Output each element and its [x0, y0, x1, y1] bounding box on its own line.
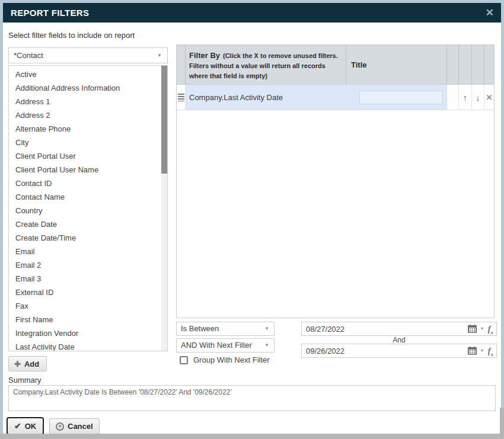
list-item[interactable]: Email 2	[9, 258, 167, 272]
filter-row-drag-cell	[177, 85, 186, 110]
list-item[interactable]: External ID	[9, 286, 167, 299]
group-checkbox-label: Group With Next Filter	[193, 355, 270, 364]
list-item[interactable]: Integration Vendor	[9, 326, 167, 340]
vertical-scrollbar[interactable]	[500, 408, 504, 434]
drag-handle-icon[interactable]	[178, 94, 184, 101]
operator-dropdown[interactable]: Is Between ▼	[176, 322, 275, 336]
list-item[interactable]: Email 3	[9, 272, 167, 286]
group-checkbox[interactable]	[180, 356, 188, 364]
dialog-titlebar: REPORT FILTERS ✕	[3, 3, 501, 23]
header-spacer-column	[447, 45, 459, 84]
filter-table: Filter By(Click the X to remove unused f…	[176, 44, 495, 318]
filter-row-up-cell: ↑	[459, 85, 472, 110]
dialog-title: REPORT FILTERS	[11, 3, 89, 23]
filter-row-spacer-cell	[447, 85, 459, 110]
field-list: Active Additional Address Information Ad…	[8, 65, 168, 351]
list-item[interactable]: Client Portal User Name	[9, 163, 167, 177]
field-list-items: Active Additional Address Information Ad…	[9, 66, 167, 351]
instructions-text: Select filter fields to include on repor…	[8, 31, 135, 40]
ok-button-label: OK	[25, 422, 37, 431]
list-item[interactable]: Address 1	[9, 95, 167, 108]
horizontal-scrollbar[interactable]	[0, 434, 504, 439]
list-scrollbar-thumb[interactable]	[161, 66, 167, 174]
summary-text: Company.Last Activity Date Is Between '0…	[13, 388, 232, 396]
conjunction-dropdown[interactable]: AND With Next Filter ▼	[176, 338, 275, 353]
chevron-down-icon: ▼	[264, 322, 269, 335]
group-with-next-filter[interactable]: Group With Next Filter	[180, 355, 270, 364]
header-drag-column	[177, 45, 186, 84]
cancel-button[interactable]: ✕ Cancel	[49, 418, 100, 434]
list-item[interactable]: Additional Address Information	[9, 81, 167, 95]
start-date-input[interactable]	[302, 322, 453, 335]
list-item[interactable]: Contact Name	[9, 190, 167, 204]
chevron-down-icon: ▼	[157, 48, 162, 63]
move-down-icon[interactable]: ↓	[476, 92, 480, 102]
filter-table-header: Filter By(Click the X to remove unused f…	[177, 45, 494, 85]
date-field-start: ▾ fx	[301, 322, 497, 336]
filter-row-down-cell: ↓	[472, 85, 484, 110]
calendar-icon[interactable]	[468, 325, 477, 333]
fx-x: x	[491, 329, 494, 335]
fx-x: x	[491, 351, 494, 357]
add-button-label: Add	[24, 360, 39, 368]
field-source-value: *Contact	[14, 51, 43, 60]
filter-row[interactable]: Company.Last Activity Date ↑ ↓ ✕	[177, 85, 494, 110]
date-field-end: ▾ fx	[301, 344, 497, 358]
between-and-label: And	[301, 336, 497, 344]
add-button[interactable]: ✚ Add	[8, 356, 47, 371]
list-item[interactable]: Client Portal User	[9, 149, 167, 163]
header-remove-column	[484, 45, 494, 84]
list-item[interactable]: Active	[9, 68, 167, 81]
list-item[interactable]: Email	[9, 245, 167, 258]
move-up-icon[interactable]: ↑	[463, 92, 468, 102]
report-filters-dialog: REPORT FILTERS ✕ Select filter fields to…	[3, 3, 501, 434]
list-item[interactable]: Contact ID	[9, 177, 167, 190]
filter-row-remove-cell: ✕	[484, 85, 494, 110]
list-item[interactable]: City	[9, 136, 167, 149]
list-item[interactable]: Last Activity Date	[9, 340, 167, 351]
list-item[interactable]: Create Date	[9, 217, 167, 231]
list-item[interactable]: First Name	[9, 313, 167, 326]
page-background: REPORT FILTERS ✕ Select filter fields to…	[0, 0, 504, 439]
cancel-button-label: Cancel	[68, 422, 93, 431]
summary-box[interactable]: Company.Last Activity Date Is Between '0…	[8, 385, 496, 411]
list-item[interactable]: Address 2	[9, 108, 167, 122]
field-source-dropdown[interactable]: *Contact ▼	[8, 47, 168, 63]
remove-filter-icon[interactable]: ✕	[486, 93, 493, 102]
cancel-circle-x-icon: ✕	[56, 422, 64, 431]
header-down-column	[472, 45, 484, 84]
summary-label: Summary	[8, 376, 42, 384]
chevron-down-icon[interactable]: ▾	[481, 344, 483, 357]
list-item[interactable]: Alternate Phone	[9, 122, 167, 136]
conjunction-value: AND With Next Filter	[181, 341, 252, 350]
ok-button[interactable]: ✔ OK	[7, 417, 44, 435]
header-filter-by-cell: Filter By(Click the X to remove unused f…	[186, 45, 346, 84]
close-icon[interactable]: ✕	[486, 3, 494, 23]
cancel-x-glyph: ✕	[58, 424, 62, 429]
filter-by-header-label: Filter By	[189, 51, 220, 60]
filter-row-title-cell	[346, 85, 447, 110]
end-date-input[interactable]	[302, 344, 453, 357]
title-header-label: Title	[351, 60, 367, 69]
calendar-icon[interactable]	[468, 347, 477, 355]
list-scrollbar[interactable]	[161, 66, 167, 351]
filter-condition-controls: Is Between ▼ AND With Next Filter ▼ Grou…	[176, 322, 497, 369]
header-title-cell: Title	[346, 45, 447, 84]
filter-row-field[interactable]: Company.Last Activity Date	[186, 85, 346, 110]
function-icon[interactable]: fx	[488, 344, 493, 361]
chevron-down-icon[interactable]: ▾	[481, 322, 483, 335]
list-item[interactable]: Create Date/Time	[9, 231, 167, 245]
list-item[interactable]: Fax	[9, 299, 167, 313]
check-icon: ✔	[14, 421, 21, 431]
plus-icon: ✚	[14, 360, 21, 368]
list-item[interactable]: Country	[9, 204, 167, 217]
filter-title-input[interactable]	[359, 91, 443, 104]
chevron-down-icon: ▼	[264, 339, 269, 352]
header-up-column	[459, 45, 472, 84]
operator-value: Is Between	[181, 324, 219, 333]
